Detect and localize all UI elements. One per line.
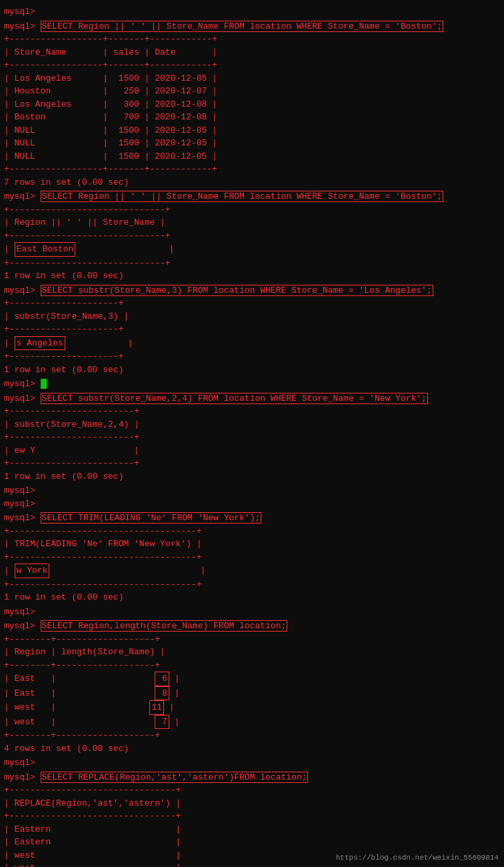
table-row: | East Boston |: [4, 242, 500, 257]
table-header: | Region | length(Store_Name) |: [4, 646, 500, 659]
table-border: +--------+-------------------+: [4, 659, 500, 672]
table-border: +------------------+-------+------------…: [4, 59, 500, 72]
table-header: | Store_Name | sales | Date |: [4, 46, 500, 59]
table-border: +--------------------------------+: [4, 784, 500, 797]
prompt-cmd-line: mysql> SELECT Region,length(Store_Name) …: [4, 620, 500, 633]
prompt-cmd-line: mysql> SELECT TRIM(LEADING 'Ne' FROM 'Ne…: [4, 512, 500, 525]
result-text: 4 rows in set (0.00 sec): [4, 742, 500, 756]
table-row: | Los Angeles | 1500 | 2020-12-05 |: [4, 72, 500, 85]
table-header: | Region || ' ' || Store_Name |: [4, 216, 500, 229]
table-border: +------------------------------+: [4, 257, 500, 270]
prompt-cmd-line: mysql> SELECT Region || ' ' || Store_Nam…: [4, 20, 500, 33]
table-border: +---------------------+: [4, 323, 500, 336]
prompt-cmd-line: mysql> SELECT REPLACE(Region,'ast','aste…: [4, 771, 500, 784]
table-row: | Eastern |: [4, 836, 500, 849]
table-border: +---------------------+: [4, 297, 500, 310]
table-border: +------------------------+: [4, 405, 500, 418]
block-blank: mysql>: [4, 756, 500, 770]
table-border: +--------+-------------------+: [4, 633, 500, 646]
block-blank1: mysql>: [4, 5, 500, 19]
table-header: | TRIM(LEADING 'Ne' FROM 'New York') |: [4, 538, 500, 551]
table-row: | Boston | 700 | 2020-12-08 |: [4, 111, 500, 124]
table-border: +------------------------------+: [4, 229, 500, 243]
table-header: | substr(Store_Name,3) |: [4, 310, 500, 323]
result-text: 1 row in set (0.00 sec): [4, 363, 500, 377]
table-border: +--------+-------------------+: [4, 729, 500, 742]
block-blank: mysql>: [4, 606, 500, 619]
sql-command: SELECT REPLACE(Region,'ast','astern')FRO…: [41, 772, 309, 783]
highlighted-cell: 6: [155, 672, 169, 686]
table-border: +------------------+-------+------------…: [4, 33, 500, 46]
table-row: | NULL | 1500 | 2020-12-05 |: [4, 124, 500, 137]
table-row: | w York |: [4, 564, 500, 578]
block-blank-cursor: mysql>: [4, 377, 500, 391]
highlighted-cell: w York: [15, 564, 50, 578]
result-text: 1 row in set (0.00 sec): [4, 269, 500, 283]
table-row: | west | 7 |: [4, 715, 500, 730]
highlighted-cell: 8: [155, 686, 169, 701]
watermark: https://blog.csdn.net/weixin_55609814: [336, 852, 499, 864]
table-row: | west | 11 |: [4, 700, 500, 715]
block-blank: mysql> mysql>: [4, 484, 500, 510]
table-border: +------------------+-------+------------…: [4, 163, 500, 176]
block-query3: mysql> SELECT substr(Store_Name,3) FROM …: [4, 284, 500, 377]
table-border: +------------------------+: [4, 457, 500, 470]
table-row: | Eastern |: [4, 823, 500, 836]
sql-command: SELECT substr(Store_Name,3) FROM locatio…: [41, 285, 433, 296]
table-row: | Los Angeles | 300 | 2020-12-08 |: [4, 98, 500, 111]
table-row: | NULL | 1500 | 2020-12-05 |: [4, 137, 500, 150]
highlighted-cell: s Angeles: [15, 336, 65, 351]
result-text: 1 row in set (0.00 sec): [4, 591, 500, 604]
terminal: mysql> mysql> SELECT Region || ' ' || St…: [4, 5, 500, 867]
highlighted-cell: 11: [149, 700, 164, 715]
table-header: | substr(Store_Name,2,4) |: [4, 418, 500, 431]
highlighted-cell: 7: [155, 715, 169, 730]
table-border: +--------------------------------+: [4, 810, 500, 823]
table-row: | East | 6 |: [4, 672, 500, 686]
sql-command: SELECT Region,length(Store_Name) FROM lo…: [41, 620, 288, 632]
table-row: | s Angeles |: [4, 336, 500, 351]
block-query5: mysql> SELECT TRIM(LEADING 'Ne' FROM 'Ne…: [4, 512, 500, 604]
table-border: +---------------------+: [4, 350, 500, 363]
table-row: | NULL | 1500 | 2020-12-05 |: [4, 150, 500, 163]
result-text: 1 row in set (0.00 sec): [4, 470, 500, 484]
result-text: 7 rows in set (0.00 sec): [4, 176, 500, 189]
table-row: | ew Y |: [4, 444, 500, 458]
block-query6: mysql> SELECT Region,length(Store_Name) …: [4, 620, 500, 755]
prompt-line: mysql>: [4, 5, 500, 19]
table-header: | REPLACE(Region,'ast','astern') |: [4, 797, 500, 810]
table-border: +------------------------+: [4, 431, 500, 444]
sql-command: SELECT Region || ' ' || Store_Name FROM …: [41, 191, 444, 202]
block-query1: mysql> SELECT Region || ' ' || Store_Nam…: [4, 20, 500, 189]
block-query4: mysql> SELECT substr(Store_Name,2,4) FRO…: [4, 392, 500, 484]
sql-command: SELECT TRIM(LEADING 'Ne' FROM 'New York'…: [41, 512, 262, 524]
cursor: [41, 379, 47, 389]
block-query2: mysql> SELECT Region || ' ' || Store_Nam…: [4, 190, 500, 283]
highlighted-cell: East Boston: [15, 242, 76, 257]
prompt-cmd-line: mysql> SELECT Region || ' ' || Store_Nam…: [4, 190, 500, 203]
table-border: +------------------------------------+: [4, 551, 500, 564]
table-border: +------------------------------------+: [4, 578, 500, 592]
sql-command: SELECT substr(Store_Name,2,4) FROM locat…: [41, 393, 428, 404]
table-border: +------------------------------+: [4, 203, 500, 217]
sql-command: SELECT Region || ' ' || Store_Name FROM …: [41, 21, 444, 32]
prompt-cmd-line: mysql> SELECT substr(Store_Name,3) FROM …: [4, 284, 500, 297]
table-border: +------------------------------------+: [4, 525, 500, 538]
table-row: | East | 8 |: [4, 686, 500, 701]
prompt-cmd-line: mysql> SELECT substr(Store_Name,2,4) FRO…: [4, 392, 500, 405]
table-row: | Houston | 250 | 2020-12-07 |: [4, 85, 500, 98]
